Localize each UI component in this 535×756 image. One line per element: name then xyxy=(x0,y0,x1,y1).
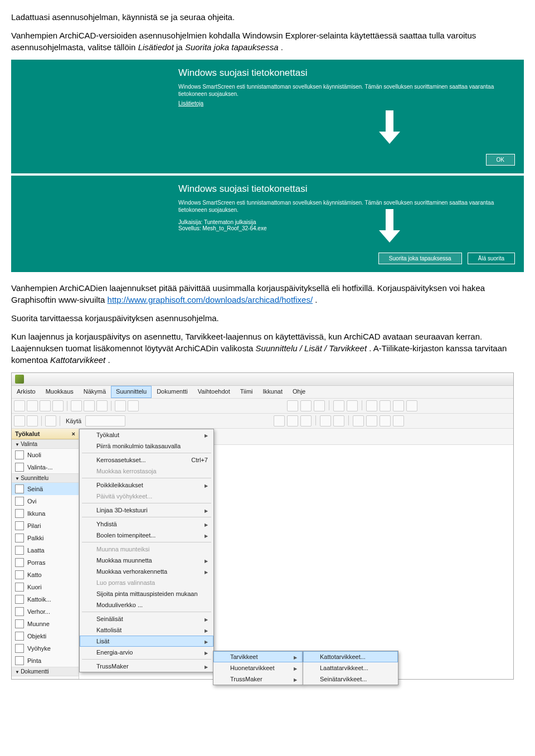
tool-icon[interactable] xyxy=(366,400,377,411)
menu-item[interactable]: Poikkileikkaukset xyxy=(80,479,213,491)
chevron-right-icon xyxy=(205,616,208,622)
smartscreen-dialog-1: Windows suojasi tietokonettasi Windows S… xyxy=(11,60,524,173)
tool-icon[interactable] xyxy=(287,400,298,411)
menu-item-label: Seinätarvikkeet... xyxy=(320,676,367,682)
menu-dokumentti[interactable]: Dokumentti xyxy=(152,386,193,398)
tool-objekti[interactable]: Objekti xyxy=(12,630,79,642)
tool-laatta[interactable]: Laatta xyxy=(12,544,79,556)
tool-icon[interactable] xyxy=(380,400,391,411)
ok-button[interactable]: OK xyxy=(486,154,515,166)
menu-item[interactable]: TrussMaker xyxy=(213,673,303,685)
tool-icon[interactable] xyxy=(300,400,312,411)
menu-item[interactable]: Työkalut xyxy=(80,429,213,440)
tool-icon[interactable] xyxy=(45,415,56,427)
tool-icon[interactable] xyxy=(314,400,325,411)
menu-item[interactable]: TrussMaker xyxy=(80,661,213,672)
tool-palkki[interactable]: Palkki xyxy=(12,532,79,544)
close-icon[interactable]: × xyxy=(72,430,75,437)
copy-icon[interactable] xyxy=(84,400,95,411)
save-icon[interactable] xyxy=(40,400,51,411)
tool-group-valinta[interactable]: Valinta xyxy=(12,439,79,449)
tool-muunne[interactable]: Muunne xyxy=(12,618,79,630)
menu-item[interactable]: Moduuliverkko ... xyxy=(80,599,213,610)
tool-icon[interactable] xyxy=(406,400,417,411)
tool-porras[interactable]: Porras xyxy=(12,556,79,569)
tool-icon[interactable] xyxy=(393,415,404,427)
tool-pilari[interactable]: Pilari xyxy=(12,520,79,532)
redo-icon[interactable] xyxy=(128,400,139,411)
menu-arkisto[interactable]: Arkisto xyxy=(12,386,41,398)
tool-icon[interactable] xyxy=(366,415,377,427)
menu-item[interactable]: Kerrosasetukset...Ctrl+7 xyxy=(80,454,213,466)
dialog-body: Windows SmartScreen esti tunnistamattoma… xyxy=(178,199,515,214)
tool-icon[interactable] xyxy=(380,415,391,427)
menu-item-label: Päivitä vyöhykkeet... xyxy=(96,493,152,500)
paste-icon[interactable] xyxy=(96,400,108,411)
tool-valinta-...[interactable]: Valinta-... xyxy=(12,461,79,473)
tool-ovi[interactable]: Ovi xyxy=(12,495,79,507)
tool-icon xyxy=(15,632,24,641)
tool-group-suunnittelu[interactable]: Suunnittelu xyxy=(12,473,79,483)
menu-ikkunat[interactable]: Ikkunat xyxy=(258,386,288,398)
menu-item[interactable]: Huonetarvikkeet xyxy=(213,662,303,673)
menu-muokkaus[interactable]: Muokkaus xyxy=(41,386,79,398)
menu-ohje[interactable]: Ohje xyxy=(288,386,310,398)
tool-icon[interactable] xyxy=(27,415,38,427)
tool-icon[interactable] xyxy=(300,415,312,427)
menu-item[interactable]: Piirrä monikulmio taikasauvalla xyxy=(80,440,213,452)
menu-vaihtoehdot[interactable]: Vaihtoehdot xyxy=(193,386,235,398)
tool-icon[interactable] xyxy=(14,415,25,427)
menu-item-icon xyxy=(83,615,92,624)
undo-icon[interactable] xyxy=(115,400,126,411)
menu-näkymä[interactable]: Näkymä xyxy=(79,386,111,398)
menu-item[interactable]: Linjaa 3D-tekstuuri xyxy=(80,505,213,516)
tool-icon[interactable] xyxy=(353,415,364,427)
panel-title-bar: Työkalut × xyxy=(12,429,79,439)
tool-icon[interactable] xyxy=(393,400,404,411)
tool-icon[interactable] xyxy=(287,415,298,427)
tool-verhor...[interactable]: Verhor... xyxy=(12,605,79,618)
tool-icon[interactable] xyxy=(320,415,331,427)
dropdown[interactable] xyxy=(85,415,125,427)
run-anyway-button[interactable]: Suorita joka tapauksessa xyxy=(378,253,462,264)
tarvikkeet-submenu: Kattotarvikkeet...Laattatarvikkeet...Sei… xyxy=(303,651,398,685)
tool-icon[interactable] xyxy=(333,400,344,411)
menu-suunnittelu[interactable]: Suunnittelu xyxy=(111,386,152,398)
tool-nuoli[interactable]: Nuoli xyxy=(12,449,79,461)
menu-tiimi[interactable]: Tiimi xyxy=(235,386,258,398)
tool-icon[interactable] xyxy=(333,415,344,427)
plot-icon[interactable] xyxy=(52,400,64,411)
menu-item[interactable]: Muokkaa muunnetta xyxy=(80,555,213,566)
menu-item[interactable]: Kattolisät xyxy=(80,624,213,636)
hotfix-link[interactable]: http://www.graphisoft.com/downloads/arch… xyxy=(108,295,313,304)
menu-item[interactable]: Laattatarvikkeet... xyxy=(303,662,398,673)
menu-item[interactable]: Sijoita pinta mittauspisteiden mukaan xyxy=(80,588,213,599)
open-icon[interactable] xyxy=(27,400,38,411)
menu-item[interactable]: Yhdistä xyxy=(80,518,213,530)
tool-pinta[interactable]: Pinta xyxy=(12,655,79,667)
tool-icon[interactable] xyxy=(347,400,358,411)
tool-ikkuna[interactable]: Ikkuna xyxy=(12,507,79,520)
tool-vyöhyke[interactable]: Vyöhyke xyxy=(12,642,79,655)
more-info-link[interactable]: Lisätietoja xyxy=(178,100,203,106)
dont-run-button[interactable]: Älä suorita xyxy=(468,253,515,264)
menu-item[interactable]: Energia-arvio xyxy=(80,647,213,658)
menu-item[interactable]: Seinätarvikkeet... xyxy=(303,673,398,685)
menu-item[interactable]: Lisät xyxy=(80,636,213,647)
new-icon[interactable] xyxy=(14,400,25,411)
tool-group-dokumentti[interactable]: Dokumentti xyxy=(12,667,79,676)
menu-item[interactable]: Muokkaa verhorakennetta xyxy=(80,566,213,577)
chevron-right-icon xyxy=(294,665,297,671)
menu-item[interactable]: Tarvikkeet xyxy=(213,651,303,662)
tool-kattoik...[interactable]: Kattoik... xyxy=(12,593,79,605)
tool-kuori[interactable]: Kuori xyxy=(12,581,79,593)
menu-item[interactable]: Kattotarvikkeet... xyxy=(303,651,398,662)
tool-katto[interactable]: Katto xyxy=(12,569,79,581)
tool-icon[interactable] xyxy=(274,415,285,427)
cut-icon[interactable] xyxy=(71,400,82,411)
tool-seinä[interactable]: Seinä xyxy=(12,483,79,495)
menu-item[interactable]: Seinälisät xyxy=(80,613,213,624)
menu-item-label: Sijoita pinta mittauspisteiden mukaan xyxy=(96,590,198,597)
menu-item[interactable]: Boolen toimenpiteet... xyxy=(80,530,213,541)
tool-label: Palkki xyxy=(27,535,43,541)
